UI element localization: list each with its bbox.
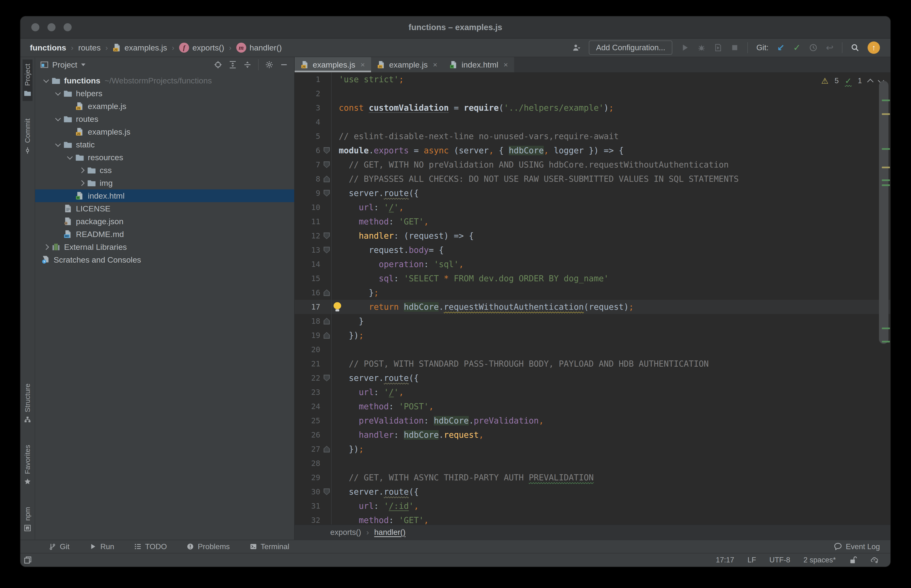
error-stripe-mark[interactable] — [882, 166, 890, 168]
stripe-item-project[interactable]: Project — [23, 60, 32, 101]
close-tab-icon[interactable]: × — [503, 60, 508, 69]
code-line-25[interactable]: 25 preValidation: hdbCore.preValidation, — [295, 414, 890, 428]
status-item-2-spaces-[interactable]: 2 spaces* — [804, 556, 836, 564]
code-line-6[interactable]: 6 module.exports = async (server, { hdbC… — [295, 144, 890, 158]
code-line-9[interactable]: 9 server.route({ — [295, 186, 890, 200]
editor-tab-index-html[interactable]: H index.html × — [443, 57, 514, 72]
tree-item-css[interactable]: css — [35, 164, 294, 176]
code-line-32[interactable]: 32 method: 'GET', — [295, 513, 890, 525]
tree-collapse-icon[interactable] — [53, 144, 63, 146]
rollback-icon[interactable]: ↩ — [826, 43, 833, 52]
stripe-item-favorites[interactable]: Favorites — [23, 441, 32, 489]
project-panel-title[interactable]: Project — [52, 60, 77, 69]
run-icon[interactable] — [681, 44, 689, 52]
code-line-10[interactable]: 10 url: '/', — [295, 200, 890, 215]
error-stripe-mark[interactable] — [882, 328, 890, 329]
tree-item-examples-js[interactable]: JS examples.js — [35, 125, 294, 138]
code-line-30[interactable]: 30 server.route({ — [295, 485, 890, 499]
error-stripe-mark[interactable] — [882, 179, 890, 181]
code-line-5[interactable]: 5 // eslint-disable-next-line no-unused-… — [295, 129, 890, 144]
error-stripe-mark[interactable] — [882, 341, 890, 342]
breadcrumb-item-functions[interactable]: functions — [30, 43, 66, 52]
code-line-23[interactable]: 23 url: '/', — [295, 385, 890, 399]
code-line-19[interactable]: 19 }); — [295, 328, 890, 342]
breadcrumb-item-examplesjs[interactable]: JSexamples.js — [113, 43, 167, 52]
code-line-8[interactable]: 8 // BYPASSES ALL CHECKS: DO NOT USE RAW… — [295, 172, 890, 186]
status-item-utf-8[interactable]: UTF-8 — [769, 556, 790, 564]
tree-item-license[interactable]: LICENSE — [35, 202, 294, 215]
event-log-button[interactable]: Event Log — [834, 542, 880, 551]
code-line-26[interactable]: 26 handler: hdbCore.request, — [295, 428, 890, 442]
tree-expand-icon[interactable] — [76, 168, 87, 172]
stripe-item-npm[interactable]: npm — [23, 503, 32, 536]
notification-icon[interactable]: ↑ — [867, 42, 880, 54]
expand-all-icon[interactable] — [229, 61, 237, 69]
tree-expand-icon[interactable] — [76, 181, 87, 185]
close-window-button[interactable] — [31, 23, 39, 31]
select-opened-file-icon[interactable] — [214, 61, 222, 69]
breadcrumb-item-routes[interactable]: routes — [78, 43, 101, 52]
code-line-21[interactable]: 21 // POST, WITH STANDARD PASS-THROUGH B… — [295, 357, 890, 371]
tree-item-routes[interactable]: routes — [35, 113, 294, 125]
fold-marker-icon[interactable] — [324, 318, 330, 325]
error-stripe-mark[interactable] — [882, 148, 890, 150]
collapse-all-icon[interactable] — [243, 61, 251, 69]
gear-icon[interactable] — [265, 61, 273, 69]
code-line-27[interactable]: 27 }); — [295, 442, 890, 456]
tree-item-img[interactable]: img — [35, 176, 294, 189]
cloud-settings-icon[interactable]: ? — [870, 556, 879, 564]
toolwindow-button-todo[interactable]: TODO — [134, 542, 167, 551]
code-line-31[interactable]: 31 url: '/:id', — [295, 499, 890, 513]
status-item-17-17[interactable]: 17:17 — [716, 556, 734, 564]
tree-item-static[interactable]: static — [35, 138, 294, 151]
fold-marker-icon[interactable] — [324, 488, 330, 495]
tree-item-readme-md[interactable]: MD README.md — [35, 228, 294, 241]
tree-item-example-js[interactable]: JS example.js — [35, 100, 294, 113]
toolwindow-button-problems[interactable]: Problems — [187, 542, 230, 551]
code-line-29[interactable]: 29 // GET, WITH ASYNC THIRD-PARTY AUTH P… — [295, 470, 890, 485]
fold-marker-icon[interactable] — [324, 162, 330, 168]
code-line-17[interactable]: 17 return hdbCore.requestWithoutAuthenti… — [295, 300, 890, 314]
code-line-16[interactable]: 16 }; — [295, 286, 890, 300]
fold-marker-icon[interactable] — [324, 190, 330, 197]
code-line-13[interactable]: 13 request.body= { — [295, 243, 890, 257]
status-item-lf[interactable]: LF — [747, 556, 756, 564]
editor-tab-example-js[interactable]: JS example.js × — [371, 57, 443, 72]
zoom-window-button[interactable] — [63, 23, 71, 31]
error-stripe-mark[interactable] — [882, 100, 890, 101]
close-tab-icon[interactable]: × — [361, 60, 365, 69]
fold-marker-icon[interactable] — [324, 375, 330, 381]
tree-collapse-icon[interactable] — [53, 118, 63, 120]
close-tab-icon[interactable]: × — [433, 60, 438, 69]
scrollbar-thumb[interactable] — [879, 81, 888, 344]
fold-marker-icon[interactable] — [324, 446, 330, 452]
tree-expand-icon[interactable] — [41, 245, 51, 249]
breadcrumb-item-exports[interactable]: fexports() — [179, 43, 224, 53]
code-line-1[interactable]: 1 'use strict'; — [295, 72, 890, 87]
run-coverage-icon[interactable] — [714, 44, 722, 52]
code-line-12[interactable]: 12 handler: (request) => { — [295, 229, 890, 243]
editor-tab-examples-js[interactable]: JS examples.js × — [295, 57, 371, 72]
user-icon[interactable] — [572, 44, 580, 52]
git-commit-icon[interactable]: ✓ — [793, 43, 801, 52]
search-everywhere-icon[interactable] — [851, 44, 859, 52]
toolwindow-button-run[interactable]: Run — [89, 542, 114, 551]
tree-collapse-icon[interactable] — [65, 156, 75, 159]
toolwindow-toggle-icon[interactable] — [24, 556, 32, 564]
tree-item-resources[interactable]: resources — [35, 151, 294, 164]
tree-item-scratches-and-consoles[interactable]: Scratches and Consoles — [35, 254, 294, 266]
code-line-11[interactable]: 11 method: 'GET', — [295, 215, 890, 229]
error-stripe-mark[interactable] — [882, 184, 890, 186]
fold-marker-icon[interactable] — [324, 176, 330, 182]
error-stripe-mark[interactable] — [882, 113, 890, 115]
code-line-22[interactable]: 22 server.route({ — [295, 371, 890, 385]
previous-problem-icon[interactable] — [867, 79, 874, 85]
chevron-down-icon[interactable] — [81, 63, 86, 66]
intention-bulb-icon[interactable] — [332, 302, 342, 312]
code-line-20[interactable]: 20 — [295, 342, 890, 357]
code-line-2[interactable]: 2 — [295, 87, 890, 101]
stop-icon[interactable] — [731, 44, 739, 52]
editor-scrollbar[interactable] — [877, 72, 890, 525]
stripe-item-commit[interactable]: Commit — [23, 114, 32, 158]
tree-item-helpers[interactable]: helpers — [35, 87, 294, 100]
